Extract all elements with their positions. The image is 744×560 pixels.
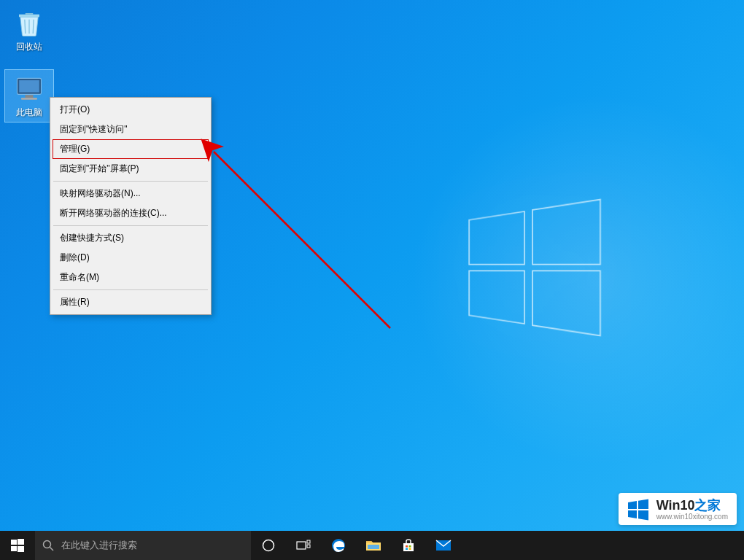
menu-item-create-shortcut[interactable]: 创建快捷方式(S) — [53, 228, 209, 248]
svg-rect-5 — [26, 95, 34, 98]
task-view-icon — [296, 540, 311, 551]
edge-icon — [330, 537, 346, 553]
menu-item-disconnect-drive[interactable]: 断开网络驱动器的连接(C)... — [53, 203, 209, 223]
menu-item-delete[interactable]: 删除(D) — [53, 248, 209, 268]
watermark-windows-icon — [626, 497, 651, 522]
svg-rect-20 — [406, 545, 408, 548]
taskbar-store[interactable] — [391, 531, 426, 560]
cortana-icon — [262, 539, 275, 552]
search-icon — [42, 540, 54, 551]
svg-point-12 — [44, 541, 51, 548]
recycle-bin-icon — [13, 7, 45, 39]
taskbar-edge[interactable] — [321, 531, 356, 560]
watermark-url: www.win10xitong.com — [656, 513, 728, 521]
menu-item-properties[interactable]: 属性(R) — [53, 292, 209, 312]
taskbar-task-view[interactable] — [286, 531, 321, 560]
context-menu-this-pc: 打开(O) 固定到"快速访问" 管理(G) 固定到"开始"屏幕(P) 映射网络驱… — [50, 97, 212, 315]
svg-rect-17 — [307, 545, 310, 548]
this-pc-icon — [13, 73, 45, 105]
svg-rect-16 — [307, 540, 310, 543]
svg-rect-11 — [18, 546, 24, 552]
svg-line-0 — [25, 20, 26, 34]
desktop-icon-label: 回收站 — [16, 41, 42, 53]
menu-item-rename[interactable]: 重命名(M) — [53, 268, 209, 287]
search-placeholder: 在此键入进行搜索 — [61, 539, 137, 552]
svg-rect-19 — [368, 545, 379, 549]
menu-item-manage[interactable]: 管理(G) — [53, 139, 209, 159]
svg-rect-15 — [297, 542, 306, 549]
menu-separator — [53, 289, 208, 290]
svg-rect-6 — [21, 98, 37, 100]
watermark-title: Win10之家 — [656, 499, 728, 513]
taskbar: 在此键入进行搜索 — [0, 531, 744, 560]
svg-line-2 — [33, 20, 34, 34]
watermark-badge: Win10之家 www.win10xitong.com — [619, 493, 737, 525]
svg-line-13 — [50, 548, 54, 551]
svg-rect-8 — [11, 540, 17, 545]
svg-rect-23 — [409, 548, 411, 551]
desktop-icon-this-pc[interactable]: 此电脑 — [4, 69, 54, 122]
svg-rect-9 — [18, 539, 24, 545]
desktop-icon-label: 此电脑 — [16, 106, 42, 119]
windows-start-icon — [11, 539, 24, 552]
menu-item-map-drive[interactable]: 映射网络驱动器(N)... — [53, 184, 209, 203]
folder-icon — [365, 539, 381, 552]
menu-item-pin-start[interactable]: 固定到"开始"屏幕(P) — [53, 159, 209, 179]
taskbar-cortana[interactable] — [251, 531, 286, 560]
store-icon — [401, 538, 416, 553]
menu-separator — [53, 225, 208, 226]
taskbar-mail[interactable] — [426, 531, 461, 560]
menu-item-open[interactable]: 打开(O) — [53, 100, 209, 120]
start-button[interactable] — [0, 531, 35, 560]
menu-separator — [53, 181, 208, 182]
windows-logo-wallpaper — [454, 186, 613, 351]
svg-rect-10 — [11, 546, 17, 551]
menu-item-pin-quick-access[interactable]: 固定到"快速访问" — [53, 120, 209, 139]
svg-rect-22 — [406, 548, 408, 551]
svg-rect-4 — [19, 80, 39, 93]
desktop-icons: 回收站 此电脑 — [4, 4, 54, 122]
taskbar-search[interactable]: 在此键入进行搜索 — [35, 531, 251, 560]
desktop-icon-recycle-bin[interactable]: 回收站 — [4, 4, 54, 56]
mail-icon — [435, 540, 452, 551]
svg-point-14 — [263, 540, 274, 551]
taskbar-file-explorer[interactable] — [356, 531, 391, 560]
svg-rect-21 — [409, 545, 411, 548]
